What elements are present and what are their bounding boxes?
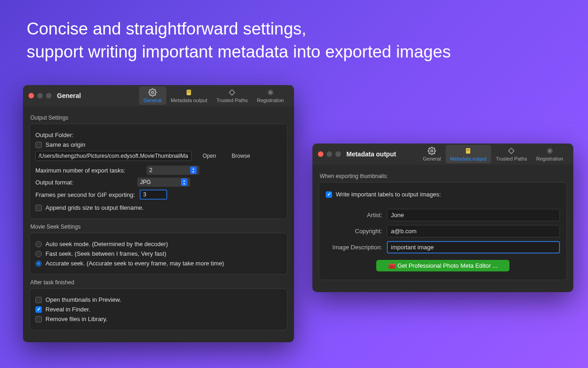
zoom-icon[interactable] xyxy=(46,93,51,98)
image-description-field[interactable] xyxy=(387,241,560,253)
output-format-select[interactable]: JPG xyxy=(137,178,190,187)
titlebar: General General Metadata output Trusted … xyxy=(23,85,294,106)
window-controls xyxy=(318,151,341,157)
headline-line2: support writing important metadata into … xyxy=(27,40,451,63)
open-button[interactable]: Open xyxy=(198,151,220,161)
remove-library-label: Remove files in Library. xyxy=(45,316,107,322)
tab-label: Trusted Paths xyxy=(216,98,248,103)
tab-trusted-paths[interactable]: Trusted Paths xyxy=(212,86,252,105)
artist-field[interactable] xyxy=(387,209,560,221)
tab-label: Trusted Paths xyxy=(496,156,527,161)
tab-trusted-paths[interactable]: Trusted Paths xyxy=(491,145,531,163)
diamond-icon xyxy=(507,147,515,155)
minimize-icon[interactable] xyxy=(37,93,43,98)
marketing-headline: Concise and straightforward settings, su… xyxy=(27,17,451,63)
select-arrows-icon xyxy=(190,167,197,174)
star-icon xyxy=(266,88,275,97)
output-folder-label: Output Folder: xyxy=(35,132,74,138)
titlebar: Metadata output General Metadata output … xyxy=(312,144,573,165)
output-format-value: JPG xyxy=(140,179,151,185)
write-labels-checkbox[interactable] xyxy=(326,191,332,198)
gear-icon xyxy=(148,88,157,97)
reveal-finder-label: Reveal in Finder. xyxy=(45,306,90,313)
svg-rect-4 xyxy=(466,148,470,154)
close-icon[interactable] xyxy=(318,151,323,157)
tab-registration[interactable]: Registration xyxy=(252,86,288,105)
get-pro-button[interactable]: 🧰Get Professional Photo Meta Editor ... xyxy=(376,260,509,271)
max-tasks-label: Maximum number of export tasks: xyxy=(35,167,136,174)
star-icon xyxy=(546,147,554,155)
close-icon[interactable] xyxy=(28,93,34,98)
image-description-label: Image Description: xyxy=(326,244,382,251)
fps-label: Frames per second for GIF exporting: xyxy=(35,191,135,198)
svg-rect-1 xyxy=(187,90,191,95)
seek-accurate-radio[interactable] xyxy=(35,260,42,267)
window-title: Metadata output xyxy=(346,150,396,158)
window-controls xyxy=(28,93,51,98)
section-export-label: When exporting thumbnails: xyxy=(320,173,567,179)
minimize-icon[interactable] xyxy=(327,151,332,157)
note-icon xyxy=(464,147,472,155)
seek-settings-box: Auto seek mode. (Determined by the decod… xyxy=(29,233,288,275)
get-pro-label: Get Professional Photo Meta Editor ... xyxy=(397,262,498,269)
output-settings-box: Output Folder: Same as origin Open Brows… xyxy=(29,124,288,219)
group-seek-settings: Movie Seek Settings xyxy=(30,224,288,230)
copyright-field[interactable] xyxy=(387,225,560,237)
max-tasks-value: 2 xyxy=(149,167,153,173)
svg-point-0 xyxy=(152,92,154,94)
artist-label: Artist: xyxy=(326,212,382,218)
seek-fast-radio[interactable] xyxy=(35,251,42,257)
output-path-field[interactable] xyxy=(35,151,192,161)
svg-point-3 xyxy=(431,150,433,152)
tab-label: Registration xyxy=(257,98,284,103)
window-metadata-output: Metadata output General Metadata output … xyxy=(312,144,573,292)
metadata-box: Write important labels to output images:… xyxy=(319,182,567,280)
open-preview-checkbox[interactable] xyxy=(35,297,42,303)
group-output-settings: Output Settings xyxy=(30,115,288,121)
same-as-origin-label: Same as origin xyxy=(45,141,85,148)
same-as-origin-checkbox[interactable] xyxy=(35,142,42,148)
max-tasks-select[interactable]: 2 xyxy=(147,166,199,175)
append-grids-label: Append grids size to output filename. xyxy=(45,204,144,211)
remove-library-checkbox[interactable] xyxy=(35,316,42,322)
zoom-icon[interactable] xyxy=(335,151,341,157)
tab-label: General xyxy=(423,156,441,161)
copyright-label: Copyright: xyxy=(326,228,382,235)
append-grids-checkbox[interactable] xyxy=(35,205,42,211)
seek-accurate-label: Accurate seek. (Accurate seek to every f… xyxy=(45,260,224,267)
tab-metadata-output[interactable]: Metadata output xyxy=(166,86,212,105)
window-general: General General Metadata output Trusted … xyxy=(23,85,294,342)
gear-icon xyxy=(428,147,436,155)
select-arrows-icon xyxy=(181,178,187,186)
tab-label: General xyxy=(144,98,162,103)
window-title: General xyxy=(57,92,81,99)
tab-label: Metadata output xyxy=(171,98,208,103)
fps-field[interactable] xyxy=(140,190,167,200)
tab-registration[interactable]: Registration xyxy=(531,145,568,163)
after-task-box: Open thumbnails in Preview. Reveal in Fi… xyxy=(29,288,288,330)
toolbox-icon: 🧰 xyxy=(388,262,396,269)
tab-general[interactable]: General xyxy=(139,86,166,105)
seek-auto-radio[interactable] xyxy=(35,241,42,247)
tab-label: Metadata output xyxy=(450,156,487,161)
browse-button[interactable]: Browse xyxy=(227,151,254,161)
tab-metadata-output[interactable]: Metadata output xyxy=(446,145,492,163)
tab-label: Registration xyxy=(536,156,563,161)
toolbar: General Metadata output Trusted Paths Re… xyxy=(139,86,288,105)
reveal-finder-checkbox[interactable] xyxy=(35,306,42,313)
toolbar: General Metadata output Trusted Paths Re… xyxy=(418,145,568,163)
write-labels-label: Write important labels to output images: xyxy=(336,191,441,198)
open-preview-label: Open thumbnails in Preview. xyxy=(45,296,121,303)
seek-fast-label: Fast seek. (Seek between I frames, Very … xyxy=(45,250,166,257)
headline-line1: Concise and straightforward settings, xyxy=(27,17,451,40)
output-format-label: Output format: xyxy=(35,179,127,186)
group-after-task: After task finished xyxy=(30,279,288,286)
seek-auto-label: Auto seek mode. (Determined by the decod… xyxy=(45,241,168,247)
tab-general[interactable]: General xyxy=(418,145,446,163)
note-icon xyxy=(185,88,193,97)
diamond-icon xyxy=(228,88,236,97)
